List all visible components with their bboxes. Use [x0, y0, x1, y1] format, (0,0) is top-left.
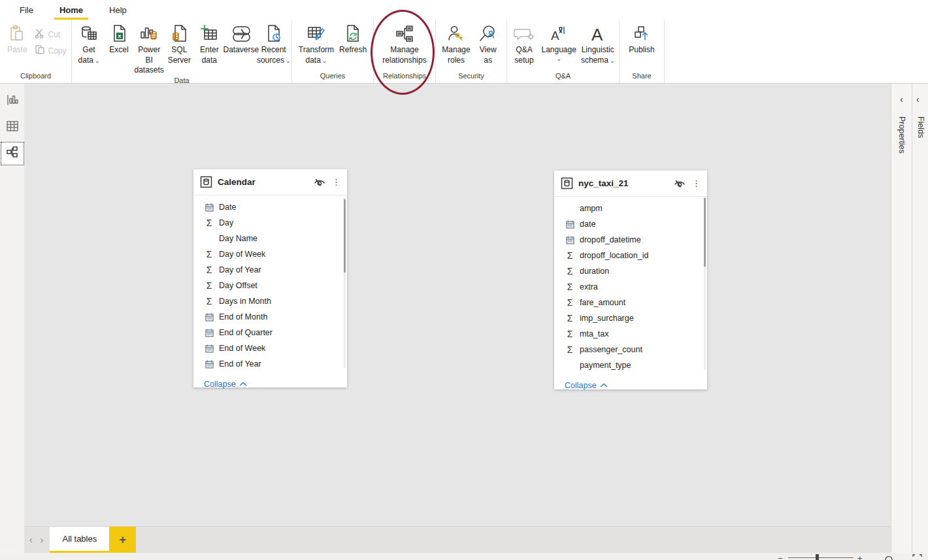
expand-panel-icon[interactable]: ‹: [900, 94, 903, 105]
recent-sources-icon: [265, 23, 283, 45]
tab-scroll-right-icon[interactable]: ›: [41, 535, 44, 545]
table-name: nyc_taxi_21: [578, 178, 674, 188]
transform-data-button[interactable]: Transform data⌄: [296, 20, 337, 65]
excel-button[interactable]: X Excel: [104, 20, 134, 56]
tab-all-tables[interactable]: All tables: [50, 527, 109, 553]
field-row[interactable]: Σmta_tax: [554, 326, 707, 342]
collapse-link[interactable]: Collapse: [193, 372, 347, 395]
field-row[interactable]: Σextra: [554, 279, 707, 295]
menu-help-label: Help: [109, 5, 127, 15]
get-data-button[interactable]: Get data⌄: [74, 20, 104, 65]
group-label-share: Share: [621, 71, 662, 83]
field-row[interactable]: Σduration: [554, 263, 707, 279]
field-row[interactable]: End of Year: [193, 356, 347, 372]
menu-help[interactable]: Help: [103, 0, 133, 20]
model-canvas[interactable]: Calendar ⋮ Date ΣDay Day Name ΣDay of We…: [24, 84, 891, 553]
field-row[interactable]: ΣDay Offset: [193, 278, 347, 293]
field-row[interactable]: ΣDay: [193, 215, 347, 231]
chevron-down-icon: ⌄: [610, 58, 615, 64]
linguistic-schema-button[interactable]: A Linguistic schema⌄: [578, 20, 617, 65]
sql-server-label: SQL Server: [168, 45, 191, 65]
more-options-icon[interactable]: ⋮: [692, 178, 701, 188]
zoom-slider-track[interactable]: [788, 557, 853, 558]
refresh-button[interactable]: Refresh: [337, 20, 369, 56]
fit-to-screen-icon[interactable]: [912, 554, 922, 560]
card-scrollbar-thumb[interactable]: [704, 198, 706, 267]
field-row[interactable]: Date: [193, 199, 347, 215]
table-card-header[interactable]: nyc_taxi_21 ⋮: [554, 171, 707, 197]
publish-label: Publish: [629, 45, 654, 54]
manage-relationships-button[interactable]: Manage relationships: [380, 20, 429, 65]
field-name: mta_tax: [580, 329, 608, 338]
table-card-calendar[interactable]: Calendar ⋮ Date ΣDay Day Name ΣDay of We…: [193, 169, 347, 387]
field-row[interactable]: ΣDays in Month: [193, 293, 347, 309]
field-row[interactable]: Σfare_amount: [554, 295, 707, 310]
visibility-eye-icon[interactable]: [674, 179, 686, 188]
field-row[interactable]: Σimp_surcharge: [554, 310, 707, 326]
field-row[interactable]: End of Quarter: [193, 325, 347, 340]
field-row[interactable]: ΣDay of Year: [193, 262, 347, 278]
publish-button[interactable]: Publish: [626, 20, 657, 56]
add-layout-button[interactable]: +: [109, 527, 136, 553]
recent-sources-button[interactable]: Recent sources⌄: [257, 20, 290, 65]
properties-panel-collapsed[interactable]: ‹ Properties: [891, 84, 912, 553]
data-view-button[interactable]: [1, 116, 24, 139]
field-row[interactable]: Day Name: [193, 231, 347, 246]
zoom-in-button[interactable]: +: [857, 553, 863, 560]
zoom-out-button[interactable]: −: [778, 553, 783, 560]
zoom-slider-handle[interactable]: [816, 554, 819, 560]
powerbi-datasets-button[interactable]: Power BI datasets: [134, 20, 164, 76]
group-label-security: Security: [438, 71, 505, 83]
enter-data-button[interactable]: Enter data: [194, 20, 224, 65]
field-row[interactable]: Σdropoff_location_id: [554, 248, 707, 263]
field-name: End of Quarter: [219, 328, 273, 337]
field-row[interactable]: date: [554, 216, 707, 232]
field-row[interactable]: ampm: [554, 201, 707, 216]
menu-home-label: Home: [59, 5, 83, 15]
excel-label: Excel: [109, 45, 128, 54]
sql-server-icon: [170, 23, 188, 45]
view-as-button[interactable]: View as: [473, 20, 503, 65]
field-row[interactable]: ΣDay of Week: [193, 246, 347, 262]
copy-label: Copy: [48, 46, 66, 56]
fields-panel-collapsed[interactable]: ‹ Fields: [912, 84, 928, 553]
expand-panel-icon[interactable]: ‹: [916, 94, 920, 105]
field-row[interactable]: End of Week: [193, 340, 347, 356]
manage-roles-button[interactable]: Manage roles: [439, 20, 472, 65]
manage-roles-label: Manage roles: [442, 45, 470, 65]
field-list: Date ΣDay Day Name ΣDay of Week ΣDay of …: [193, 195, 347, 395]
report-view-icon: [6, 93, 19, 109]
visibility-eye-icon[interactable]: [314, 178, 325, 187]
field-row[interactable]: End of Month: [193, 309, 347, 325]
collapse-link[interactable]: Collapse: [554, 373, 707, 397]
qa-setup-button[interactable]: Q&A setup: [509, 20, 539, 65]
language-button[interactable]: A Language⌄: [539, 20, 578, 63]
table-card-nyc-taxi-21[interactable]: nyc_taxi_21 ⋮ ampm date dropoff_datetime…: [554, 171, 707, 389]
menu-file-label: File: [20, 5, 33, 15]
table-card-header[interactable]: Calendar ⋮: [193, 169, 347, 195]
card-scrollbar-thumb[interactable]: [344, 199, 346, 272]
ribbon-group-security: Manage roles View as Security: [436, 20, 507, 83]
ribbon: Paste Cut Copy Clipboard: [0, 20, 928, 84]
menu-home[interactable]: Home: [53, 0, 90, 20]
sigma-icon: Σ: [563, 297, 576, 308]
manage-relationships-label: Manage relationships: [382, 45, 426, 65]
copy-button[interactable]: Copy: [32, 42, 69, 59]
chevron-up-icon: [600, 381, 608, 390]
dataverse-button[interactable]: Dataverse: [224, 20, 257, 56]
calendar-icon: [203, 313, 216, 321]
field-row[interactable]: dropoff_datetime: [554, 232, 707, 248]
field-row[interactable]: Σpassenger_count: [554, 342, 707, 357]
tab-scroll-left-icon[interactable]: ‹: [29, 535, 33, 545]
menu-file[interactable]: File: [13, 0, 40, 20]
powerbi-datasets-icon: [139, 23, 159, 45]
sql-server-button[interactable]: SQL Server: [164, 20, 194, 65]
cut-button[interactable]: Cut: [32, 26, 69, 42]
reset-zoom-icon[interactable]: [884, 554, 893, 560]
linguistic-schema-icon: A: [588, 23, 608, 45]
more-options-icon[interactable]: ⋮: [332, 177, 340, 187]
report-view-button[interactable]: [1, 90, 24, 112]
paste-button[interactable]: Paste: [2, 20, 32, 56]
field-row[interactable]: payment_type: [554, 357, 707, 373]
model-view-button[interactable]: [1, 142, 24, 165]
